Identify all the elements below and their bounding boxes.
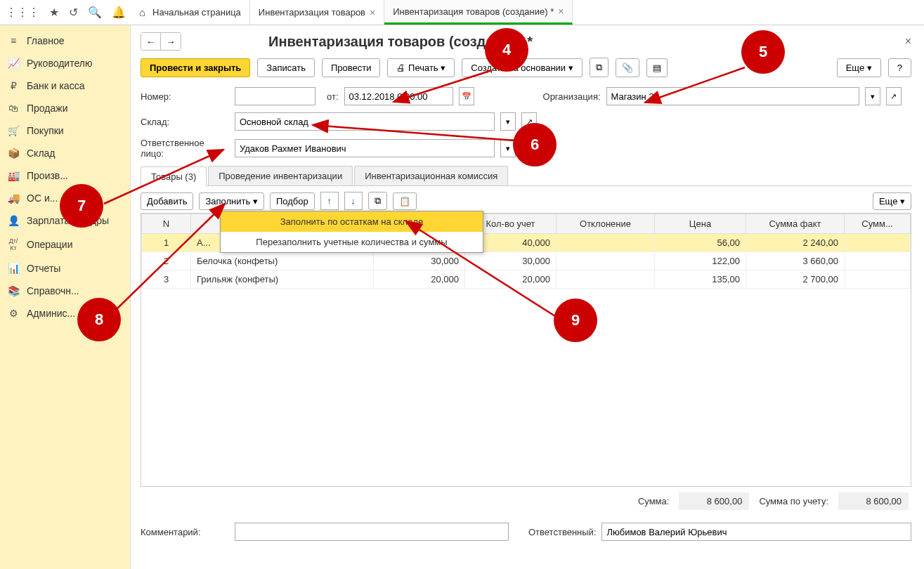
star-icon[interactable]: ★ bbox=[49, 6, 59, 19]
col-deviation[interactable]: Отклонение bbox=[557, 214, 655, 234]
sidebar-item-label: Продажи bbox=[27, 103, 67, 114]
cell-n: 3 bbox=[142, 270, 191, 289]
post-button[interactable]: Провести bbox=[322, 58, 381, 77]
move-up-button[interactable]: ↑ bbox=[320, 192, 339, 210]
sum-acc-value: 8 600,00 bbox=[838, 492, 909, 510]
goods-table-wrap: N Н... ... Кол-во учет Отклонение Цена С… bbox=[141, 213, 911, 487]
cell-deviation bbox=[557, 234, 655, 252]
paste-icon-button[interactable]: 📋 bbox=[393, 192, 417, 210]
callout-7: 7 bbox=[60, 184, 103, 228]
sidebar-item-reports[interactable]: 📊Отчеты bbox=[0, 257, 130, 280]
col-sum-acc[interactable]: Сумм... bbox=[845, 214, 911, 234]
search-icon[interactable]: 🔍 bbox=[88, 6, 102, 19]
sidebar-item-main[interactable]: ≡Главное bbox=[0, 30, 130, 52]
move-down-button[interactable]: ↓ bbox=[344, 192, 363, 210]
sidebar-item-manager[interactable]: 📈Руководителю bbox=[0, 52, 130, 74]
tab-inventory-create[interactable]: Инвентаризация товаров (создание) * × bbox=[384, 0, 573, 25]
number-input[interactable] bbox=[235, 87, 315, 105]
close-page-button[interactable]: × bbox=[905, 35, 911, 48]
sidebar-item-production[interactable]: 🏭Произв... bbox=[0, 164, 130, 187]
bell-icon[interactable]: 🔔 bbox=[112, 6, 126, 19]
bag-icon: 🛍 bbox=[7, 103, 20, 114]
nav-buttons: ← → bbox=[141, 32, 181, 51]
calendar-button[interactable]: 📅 bbox=[459, 87, 474, 105]
number-label: Номер: bbox=[141, 91, 229, 102]
callout-5: 5 bbox=[741, 30, 785, 74]
organization-input[interactable] bbox=[606, 87, 859, 105]
dtkt-icon: Дт/Кт bbox=[7, 237, 20, 251]
org-dropdown-button[interactable]: ▾ bbox=[865, 87, 880, 105]
top-toolbar: ⋮⋮⋮ ★ ↺ 🔍 🔔 Начальная страница Инвентари… bbox=[0, 0, 924, 25]
sum-label: Сумма: bbox=[638, 496, 669, 506]
date-input[interactable] bbox=[344, 87, 453, 105]
print-button[interactable]: 🖨 Печать ▾ bbox=[387, 58, 455, 77]
add-button[interactable]: Добавить bbox=[141, 192, 193, 210]
nav-forward-button[interactable]: → bbox=[161, 33, 181, 50]
cell-price: 135,00 bbox=[655, 270, 746, 289]
history-icon[interactable]: ↺ bbox=[69, 6, 78, 19]
table-row[interactable]: 3Грильяж (конфеты)20,00020,000135,002 70… bbox=[142, 270, 911, 289]
dropdown-refill[interactable]: Перезаполнить учетные количества и суммы bbox=[221, 232, 483, 252]
sidebar-item-catalogs[interactable]: 📚Справочн... bbox=[0, 280, 130, 302]
tab-home[interactable]: Начальная страница bbox=[131, 0, 250, 25]
books-icon: 📚 bbox=[7, 285, 20, 296]
sidebar-item-sales[interactable]: 🛍Продажи bbox=[0, 97, 130, 119]
responsible-footer-input[interactable] bbox=[601, 523, 911, 541]
tab-label: Начальная страница bbox=[152, 7, 241, 18]
ruble-icon: ₽ bbox=[7, 80, 20, 91]
table-more-button[interactable]: Еще ▾ bbox=[873, 192, 911, 210]
sidebar-item-operations[interactable]: Дт/КтОперации bbox=[0, 232, 130, 257]
list-icon-button[interactable]: ▤ bbox=[646, 58, 668, 77]
fill-dropdown: Заполнить по остаткам на складе Перезапо… bbox=[220, 211, 483, 253]
callout-9: 9 bbox=[554, 299, 597, 342]
sidebar-item-label: Руководителю bbox=[27, 58, 92, 69]
subtab-goods[interactable]: Товары (3) bbox=[141, 166, 207, 186]
sidebar-item-warehouse[interactable]: 📦Склад bbox=[0, 142, 130, 164]
fill-button[interactable]: Заполнить ▾ bbox=[199, 192, 263, 210]
table-row[interactable]: 2Белочка (конфеты)30,00030,000122,003 66… bbox=[142, 252, 911, 270]
cell-sum-acc bbox=[845, 270, 911, 289]
sidebar-item-label: Админис... bbox=[27, 308, 75, 319]
org-open-button[interactable]: ↗ bbox=[886, 87, 902, 105]
callout-8: 8 bbox=[77, 298, 121, 341]
box-icon: 📦 bbox=[7, 148, 20, 159]
tab-inventory[interactable]: Инвентаризация товаров × bbox=[250, 0, 384, 25]
cell-n: 1 bbox=[142, 234, 191, 252]
col-sum-fact[interactable]: Сумма факт bbox=[746, 214, 845, 234]
select-button[interactable]: Подбор bbox=[270, 192, 315, 210]
post-and-close-button[interactable]: Провести и закрыть bbox=[141, 58, 250, 77]
comment-input[interactable] bbox=[235, 523, 509, 541]
apps-icon[interactable]: ⋮⋮⋮ bbox=[6, 6, 39, 19]
topbar-icon-group: ⋮⋮⋮ ★ ↺ 🔍 🔔 bbox=[0, 6, 131, 19]
structure-icon-button[interactable]: ⧉ bbox=[590, 58, 609, 77]
attach-icon-button[interactable]: 📎 bbox=[616, 58, 639, 77]
more-button[interactable]: Еще ▾ bbox=[837, 58, 881, 77]
cell-name: Белочка (конфеты) bbox=[191, 252, 374, 270]
cell-sum-fact: 2 240,00 bbox=[746, 234, 845, 252]
sidebar-item-purchases[interactable]: 🛒Покупки bbox=[0, 119, 130, 142]
subtab-inventory-conduct[interactable]: Проведение инвентаризации bbox=[208, 166, 353, 185]
sidebar-item-label: Произв... bbox=[27, 170, 68, 181]
warehouse-dropdown-button[interactable]: ▾ bbox=[500, 112, 516, 131]
col-price[interactable]: Цена bbox=[655, 214, 746, 234]
subtab-commission[interactable]: Инвентаризационная комиссия bbox=[354, 166, 508, 185]
cell-price: 56,00 bbox=[655, 234, 746, 252]
help-button[interactable]: ? bbox=[888, 58, 911, 77]
totals-row: Сумма: 8 600,00 Сумма по учету: 8 600,00 bbox=[141, 487, 911, 516]
sidebar-item-bank[interactable]: ₽Банк и касса bbox=[0, 74, 130, 97]
close-icon[interactable]: × bbox=[558, 6, 564, 17]
cart-icon: 🛒 bbox=[7, 125, 20, 136]
cell-deviation bbox=[557, 270, 655, 289]
cell-sum-fact: 2 700,00 bbox=[746, 270, 845, 289]
save-button[interactable]: Записать bbox=[257, 58, 315, 77]
col-n[interactable]: N bbox=[142, 214, 191, 234]
dropdown-fill-by-stock[interactable]: Заполнить по остаткам на складе bbox=[221, 211, 483, 232]
warehouse-input[interactable] bbox=[235, 112, 495, 131]
close-icon[interactable]: × bbox=[370, 7, 375, 18]
responsible-input[interactable] bbox=[235, 139, 495, 157]
cell-price: 122,00 bbox=[655, 252, 746, 270]
responsible-footer-label: Ответственный: bbox=[528, 527, 596, 537]
sidebar-item-label: Склад bbox=[27, 148, 56, 159]
nav-back-button[interactable]: ← bbox=[141, 33, 161, 50]
copy-icon-button[interactable]: ⧉ bbox=[368, 192, 387, 210]
